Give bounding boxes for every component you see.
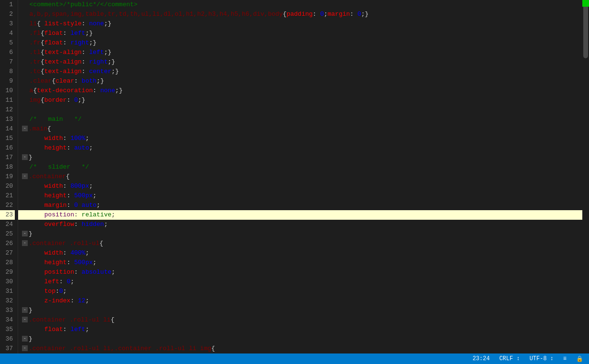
status-icon2[interactable]: 🔒: [574, 353, 585, 364]
line-number: 19: [0, 172, 15, 182]
line-number: 4: [0, 29, 15, 38]
code-line[interactable]: .tl{text-align: left;}: [18, 48, 582, 57]
line-numbers: 1234567891011121314151617181920212223242…: [0, 0, 18, 353]
scrollbar-thumb[interactable]: [583, 1, 588, 58]
line-number: 2: [0, 10, 15, 19]
code-line[interactable]: margin: 0 auto;: [18, 201, 582, 210]
code-line[interactable]: height: 500px;: [18, 258, 582, 268]
line-number: 31: [0, 287, 15, 296]
fold-indicator[interactable]: -: [22, 231, 28, 236]
code-line[interactable]: z-index: 12;: [18, 296, 582, 306]
code-line[interactable]: position: relative;: [18, 210, 582, 220]
code-line[interactable]: -}: [18, 306, 582, 315]
line-number: 3: [0, 19, 15, 29]
code-line[interactable]: -.container{: [18, 172, 582, 182]
code-line[interactable]: -.container .roll-ul li{: [18, 315, 582, 325]
code-line[interactable]: width: 800px;: [18, 182, 582, 191]
code-line[interactable]: -.container .roll-ul{: [18, 239, 582, 248]
line-number: 35: [0, 325, 15, 334]
line-number: 33: [0, 306, 15, 315]
line-number: 12: [0, 105, 15, 115]
editor-area: 1234567891011121314151617181920212223242…: [0, 0, 589, 353]
code-line[interactable]: .clear{clear: both;}: [18, 76, 582, 86]
code-line[interactable]: float: left;: [18, 325, 582, 334]
line-number: 10: [0, 86, 15, 96]
line-number: 8: [0, 67, 15, 76]
fold-indicator[interactable]: -: [22, 307, 28, 313]
line-number: 6: [0, 48, 15, 57]
line-number: 5: [0, 38, 15, 48]
scrollbar-track[interactable]: [582, 0, 589, 353]
line-number: 20: [0, 182, 15, 191]
status-position[interactable]: 23:24: [471, 353, 492, 364]
line-number: 18: [0, 162, 15, 172]
status-encoding[interactable]: UTF-8 ↕: [527, 353, 555, 364]
code-content[interactable]: <comment>/*public*/</comment> a,b,p,span…: [18, 0, 582, 353]
fold-indicator[interactable]: -: [22, 336, 28, 342]
code-line[interactable]: -}: [18, 229, 582, 239]
code-line[interactable]: -}: [18, 153, 582, 162]
line-number: 15: [0, 134, 15, 143]
code-line[interactable]: img{border: 0;}: [18, 96, 582, 105]
line-number: 11: [0, 96, 15, 105]
fold-indicator[interactable]: -: [22, 317, 28, 322]
status-bar: 23:24 CRLF ↕ UTF-8 ↕ ≡ 🔒: [0, 353, 589, 364]
code-line[interactable]: -}: [18, 334, 582, 344]
code-line[interactable]: -.main{: [18, 124, 582, 134]
code-line[interactable]: height: auto;: [18, 143, 582, 153]
status-icon1[interactable]: ≡: [561, 353, 568, 364]
corner-indicator: [582, 0, 589, 7]
fold-indicator[interactable]: -: [22, 126, 28, 131]
line-number: 17: [0, 153, 15, 162]
line-number: 7: [0, 57, 15, 67]
line-number: 16: [0, 143, 15, 153]
status-line-ending[interactable]: CRLF ↕: [497, 353, 522, 364]
line-number: 1: [0, 0, 15, 10]
code-line[interactable]: .tr{text-align: right;}: [18, 57, 582, 67]
code-line[interactable]: height: 500px;: [18, 191, 582, 201]
line-number: 22: [0, 201, 15, 210]
line-number: 36: [0, 334, 15, 344]
code-line[interactable]: .fr{float: right;}: [18, 38, 582, 48]
line-number: 30: [0, 277, 15, 287]
line-number: 21: [0, 191, 15, 201]
line-number: 24: [0, 220, 15, 229]
code-line[interactable]: [18, 105, 582, 115]
code-line[interactable]: -.container .roll-ul li,.container .roll…: [18, 344, 582, 353]
code-line[interactable]: /* slider */: [18, 162, 582, 172]
code-line[interactable]: /* main */: [18, 115, 582, 124]
line-number: 28: [0, 258, 15, 268]
code-line[interactable]: a,b,p,span,img,table,tr,td,th,ul,li,dl,o…: [18, 10, 582, 19]
line-number: 13: [0, 115, 15, 124]
line-number: 23: [0, 210, 15, 220]
code-line[interactable]: position: absolute;: [18, 268, 582, 277]
code-line[interactable]: width: 100%;: [18, 134, 582, 143]
line-number: 14: [0, 124, 15, 134]
line-number: 34: [0, 315, 15, 325]
code-line[interactable]: a{text-decoration: none;}: [18, 86, 582, 96]
line-number: 9: [0, 76, 15, 86]
line-number: 32: [0, 296, 15, 306]
code-line[interactable]: top:0;: [18, 287, 582, 296]
code-line[interactable]: <comment>/*public*/</comment>: [18, 0, 582, 10]
fold-indicator[interactable]: -: [22, 154, 28, 160]
code-line[interactable]: left: 0;: [18, 277, 582, 287]
line-number: 29: [0, 268, 15, 277]
code-line[interactable]: li{ list-style: none;}: [18, 19, 582, 29]
line-number: 26: [0, 239, 15, 248]
line-number: 27: [0, 248, 15, 258]
fold-indicator[interactable]: -: [22, 173, 28, 179]
code-line[interactable]: overflow: hidden;: [18, 220, 582, 229]
line-number: 25: [0, 229, 15, 239]
code-line[interactable]: .fl{float: left;}: [18, 29, 582, 38]
fold-indicator[interactable]: -: [22, 240, 28, 246]
code-line[interactable]: width: 400%;: [18, 248, 582, 258]
code-line[interactable]: .tc{text-align: center;}: [18, 67, 582, 76]
line-number: 37: [0, 344, 15, 353]
fold-indicator[interactable]: -: [22, 345, 28, 351]
